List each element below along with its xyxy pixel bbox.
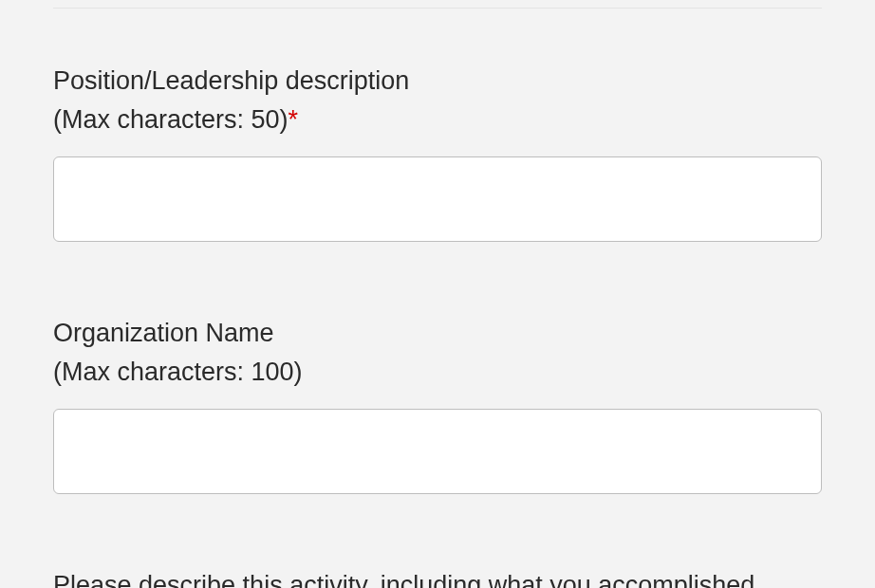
position-field: Position/Leadership description (Max cha…	[53, 62, 822, 246]
position-label-line2: (Max characters: 50)	[53, 105, 289, 134]
section-divider	[53, 8, 822, 9]
description-field: Please describe this activity, including…	[53, 566, 822, 588]
form-container: Position/Leadership description (Max cha…	[0, 8, 875, 588]
organization-label: Organization Name (Max characters: 100)	[53, 314, 822, 392]
organization-label-line2: (Max characters: 100)	[53, 358, 303, 386]
position-label: Position/Leadership description (Max cha…	[53, 62, 822, 139]
position-input[interactable]	[53, 156, 822, 242]
organization-input[interactable]	[53, 409, 822, 494]
description-label: Please describe this activity, including…	[53, 566, 822, 588]
description-label-line1: Please describe this activity, including…	[53, 571, 754, 588]
position-label-line1: Position/Leadership description	[53, 66, 409, 95]
required-mark: *	[289, 105, 299, 134]
organization-field: Organization Name (Max characters: 100)	[53, 314, 822, 498]
organization-label-line1: Organization Name	[53, 319, 274, 347]
